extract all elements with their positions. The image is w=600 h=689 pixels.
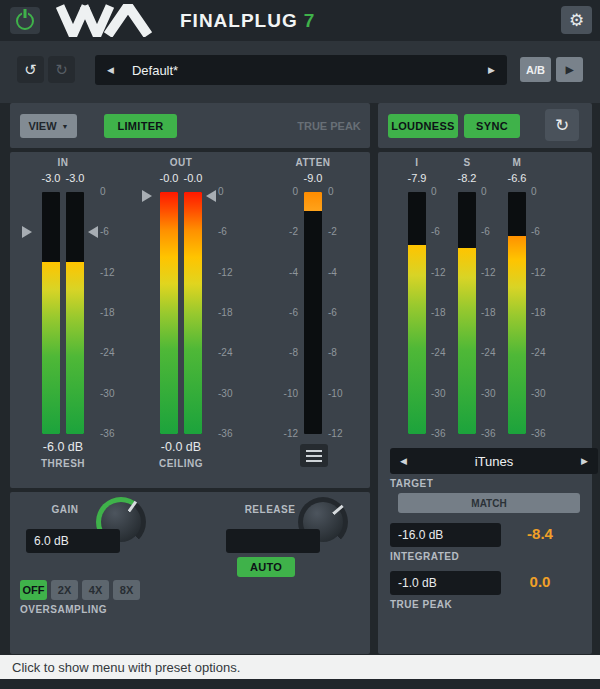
redo-button[interactable]: ↻ xyxy=(48,56,75,83)
scale-tick: -12 xyxy=(431,268,451,278)
oversampling-off-button[interactable]: OFF xyxy=(20,580,47,600)
thresh-handle-right-icon[interactable] xyxy=(88,226,98,238)
scale-tick: -12 xyxy=(218,268,238,278)
title-text: FINALPLUG xyxy=(180,10,298,32)
power-icon xyxy=(16,12,34,30)
scale-tick: -2 xyxy=(272,227,298,237)
scale-tick: -24 xyxy=(481,348,501,358)
loudness-toggle[interactable]: LOUDNESS xyxy=(388,114,458,138)
toolbar-left-panel: VIEW ▼ LIMITER TRUE PEAK xyxy=(10,103,370,148)
match-button[interactable]: MATCH xyxy=(398,493,580,513)
true-peak-label: TRUE PEAK xyxy=(390,599,510,610)
integrated-label: INTEGRATED xyxy=(390,551,510,562)
out-meter-bar-right xyxy=(184,192,202,434)
integrated-target-field[interactable]: -16.0 dB xyxy=(390,523,501,547)
settings-button[interactable]: ⚙ xyxy=(561,6,592,34)
preset-selector[interactable]: ◀ Default* ▶ xyxy=(95,55,507,85)
status-message: Click to show menu with preset options. xyxy=(12,660,240,675)
limiter-toggle[interactable]: LIMITER xyxy=(104,114,177,138)
scale-tick: -24 xyxy=(531,348,551,358)
header-bar: FINALPLUG 7 ⚙ xyxy=(0,0,600,41)
ceiling-handle-right-icon[interactable] xyxy=(206,190,216,202)
gear-icon: ⚙ xyxy=(569,10,584,31)
scale-tick: -18 xyxy=(481,308,501,318)
integrated-live-readout: -8.4 xyxy=(498,525,582,542)
scale-tick: 0 xyxy=(218,187,238,197)
thresh-readout: -6.0 dB xyxy=(23,440,103,454)
gain-value: 6.0 dB xyxy=(34,534,69,548)
scale-tick: -12 xyxy=(328,429,354,439)
scale-tick: -12 xyxy=(531,268,551,278)
scale-tick: -12 xyxy=(481,268,501,278)
scale-tick: -36 xyxy=(431,429,451,439)
thresh-label: THRESH xyxy=(23,458,103,469)
target-selector[interactable]: ◀ iTunes ▶ xyxy=(390,448,598,474)
true-peak-live-readout: 0.0 xyxy=(498,573,582,590)
power-button[interactable] xyxy=(10,7,40,34)
scale-tick: -6 xyxy=(431,227,451,237)
scale-tick: -18 xyxy=(218,308,238,318)
scale-tick: 0 xyxy=(481,187,501,197)
refresh-button[interactable]: ↻ xyxy=(545,109,579,141)
meter-menu-button[interactable] xyxy=(300,444,328,467)
scale-tick: 0 xyxy=(431,187,451,197)
redo-icon: ↻ xyxy=(55,61,68,79)
oversampling-4x-button[interactable]: 4X xyxy=(82,580,109,600)
out-meter-scale: 0-6-12-18-24-30-36 xyxy=(218,187,238,439)
undo-button[interactable]: ↺ xyxy=(17,56,44,83)
out-meter-value-right: -0.0 xyxy=(168,172,218,184)
thresh-handle-left-icon[interactable] xyxy=(22,226,32,238)
scale-tick: 0 xyxy=(328,187,354,197)
target-next-icon[interactable]: ▶ xyxy=(581,457,588,466)
scale-tick: -6 xyxy=(531,227,551,237)
oversampling-2x-button[interactable]: 2X xyxy=(51,580,78,600)
true-peak-target-field[interactable]: -1.0 dB xyxy=(390,571,501,595)
sync-label: SYNC xyxy=(476,120,508,132)
preset-row: ↺ ↻ ◀ Default* ▶ A/B ▶ xyxy=(0,41,600,103)
auto-release-toggle[interactable]: AUTO xyxy=(237,557,295,577)
target-prev-icon[interactable]: ◀ xyxy=(400,457,407,466)
out-meter-label: OUT xyxy=(151,157,211,168)
out-meter-bar-left xyxy=(160,192,178,434)
ceiling-readout: -0.0 dB xyxy=(141,440,221,454)
scale-tick: -12 xyxy=(100,268,120,278)
view-menu-button[interactable]: VIEW ▼ xyxy=(20,114,77,138)
sync-toggle[interactable]: SYNC xyxy=(464,114,520,138)
in-meter-label: IN xyxy=(33,157,93,168)
momentary-meter-bar xyxy=(508,192,526,434)
plugin-title: FINALPLUG 7 xyxy=(180,0,315,41)
scale-tick: -36 xyxy=(531,429,551,439)
true-peak-toggle[interactable]: TRUE PEAK xyxy=(294,114,364,138)
preset-next-icon[interactable]: ▶ xyxy=(488,66,495,75)
scale-tick: -36 xyxy=(100,429,120,439)
scale-tick: -18 xyxy=(100,308,120,318)
scale-tick: 0 xyxy=(272,187,298,197)
short-term-meter-scale: 0-6-12-18-24-30-36 xyxy=(481,187,501,439)
ceiling-handle-left-icon[interactable] xyxy=(142,190,152,202)
undo-icon: ↺ xyxy=(24,61,37,79)
ab-compare-button[interactable]: A/B xyxy=(520,57,551,82)
scale-tick: -24 xyxy=(218,348,238,358)
release-value-field[interactable] xyxy=(226,529,320,553)
short-term-meter-bar xyxy=(458,192,476,434)
loudness-label: LOUDNESS xyxy=(391,120,455,132)
scale-tick: -36 xyxy=(481,429,501,439)
gain-label: GAIN xyxy=(40,504,90,515)
oversampling-8x-button[interactable]: 8X xyxy=(113,580,140,600)
atten-meter-bar xyxy=(304,192,322,434)
target-label: TARGET xyxy=(390,478,490,489)
atten-meter-value: -9.0 xyxy=(288,172,338,184)
gain-value-field[interactable]: 6.0 dB xyxy=(26,529,120,553)
limiter-label: LIMITER xyxy=(117,120,163,132)
preset-play-button[interactable]: ▶ xyxy=(556,57,583,82)
scale-tick: -18 xyxy=(531,308,551,318)
integrated-meter-scale: 0-6-12-18-24-30-36 xyxy=(431,187,451,439)
scale-tick: -30 xyxy=(100,389,120,399)
momentary-meter-scale: 0-6-12-18-24-30-36 xyxy=(531,187,551,439)
preset-prev-icon[interactable]: ◀ xyxy=(107,66,114,75)
play-icon: ▶ xyxy=(566,64,574,75)
scale-tick: -6 xyxy=(218,227,238,237)
auto-label: AUTO xyxy=(250,561,282,573)
scale-tick: -24 xyxy=(100,348,120,358)
scale-tick: -18 xyxy=(431,308,451,318)
